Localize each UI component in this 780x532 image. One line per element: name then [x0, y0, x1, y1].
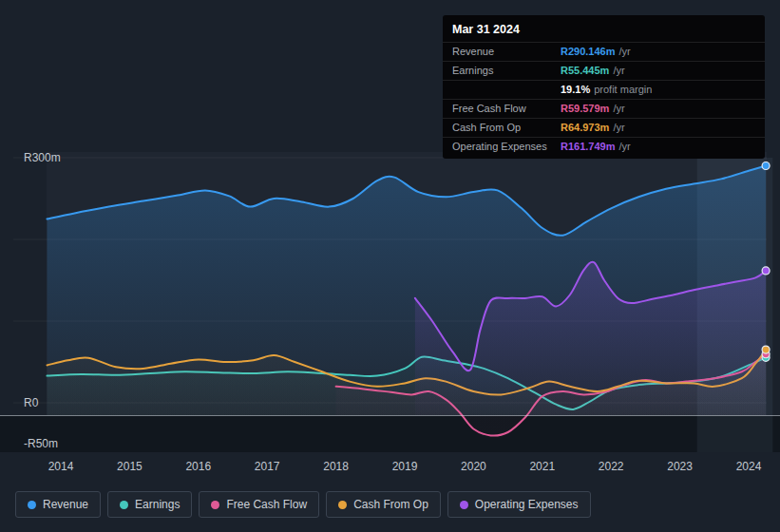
tooltip-row-value: R161.749m: [561, 141, 616, 153]
tooltip-date: Mar 31 2024: [443, 15, 765, 42]
legend-bar: RevenueEarningsFree Cash FlowCash From O…: [15, 491, 591, 518]
legend-item-cash-from-op[interactable]: Cash From Op: [326, 491, 441, 518]
legend-item-earnings[interactable]: Earnings: [107, 491, 192, 518]
y-axis-label-r50m: -R50m: [24, 437, 58, 450]
tooltip-row-earnings: EarningsR55.445m/yr: [443, 61, 765, 80]
revenue-endpoint-dot: [762, 162, 770, 170]
legend-item-label: Revenue: [43, 498, 88, 511]
tooltip-row-label: Earnings: [452, 65, 561, 77]
operating-expenses-legend-dot-icon: [460, 501, 468, 509]
tooltip-row-suffix: /yr: [619, 46, 631, 58]
free-cash-flow-legend-dot-icon: [211, 501, 219, 509]
tooltip-row-label: Cash From Op: [452, 122, 561, 134]
legend-item-revenue[interactable]: Revenue: [15, 491, 101, 518]
legend-item-label: Operating Expenses: [475, 498, 579, 511]
tooltip-row-profit-margin: 19.1%profit margin: [443, 80, 765, 99]
revenue-legend-dot-icon: [28, 501, 36, 509]
tooltip-rows: RevenueR290.146m/yrEarningsR55.445m/yr19…: [443, 42, 765, 156]
financials-tooltip: Mar 31 2024 RevenueR290.146m/yrEarningsR…: [443, 15, 765, 159]
tooltip-row-label: Operating Expenses: [452, 141, 561, 153]
y-axis-label-r0: R0: [24, 396, 38, 409]
x-axis-label-2020: 2020: [452, 460, 494, 473]
x-axis-label-2016: 2016: [178, 460, 219, 473]
x-axis-label-2023: 2023: [659, 460, 701, 473]
tooltip-row-suffix: /yr: [613, 65, 624, 77]
cash-from-op-legend-dot-icon: [338, 501, 347, 509]
x-axis-label-2017: 2017: [246, 460, 288, 473]
below-axis-zone: [0, 415, 780, 452]
x-axis-label-2021: 2021: [522, 460, 563, 473]
financial-history-chart: R300mR0-R50m 201420152016201720182019202…: [0, 0, 780, 532]
tooltip-row-suffix: /yr: [613, 103, 624, 115]
legend-item-label: Earnings: [135, 498, 180, 511]
x-axis-label-2014: 2014: [40, 460, 82, 473]
legend-item-operating-expenses[interactable]: Operating Expenses: [447, 491, 591, 518]
tooltip-row-value: R64.973m: [561, 122, 609, 134]
earnings-legend-dot-icon: [120, 501, 128, 509]
x-axis-label-2015: 2015: [108, 460, 150, 473]
legend-item-label: Cash From Op: [353, 498, 428, 511]
tooltip-row-value: R290.146m: [561, 46, 616, 58]
x-axis-label-2024: 2024: [728, 460, 770, 473]
tooltip-row-value: 19.1%: [561, 84, 590, 96]
x-axis-label-2018: 2018: [315, 460, 357, 473]
tooltip-row-suffix: /yr: [613, 122, 624, 134]
tooltip-row-cash-from-op: Cash From OpR64.973m/yr: [443, 118, 765, 137]
x-axis-label-2019: 2019: [384, 460, 426, 473]
legend-item-label: Free Cash Flow: [226, 498, 307, 511]
operating-expenses-endpoint-dot: [762, 267, 770, 275]
legend-item-free-cash-flow[interactable]: Free Cash Flow: [199, 491, 319, 518]
tooltip-row-free-cash-flow: Free Cash FlowR59.579m/yr: [443, 99, 765, 118]
tooltip-row-label: Revenue: [452, 46, 561, 58]
tooltip-row-label: Free Cash Flow: [452, 103, 561, 115]
tooltip-row-suffix: /yr: [619, 141, 631, 153]
cash-from-op-endpoint-dot: [762, 346, 770, 353]
tooltip-row-suffix: profit margin: [594, 84, 652, 96]
y-axis-label-r300m: R300m: [24, 151, 61, 164]
tooltip-row-value: R55.445m: [561, 65, 609, 77]
tooltip-row-revenue: RevenueR290.146m/yr: [443, 42, 765, 61]
x-axis-label-2022: 2022: [590, 460, 632, 473]
tooltip-row-value: R59.579m: [561, 103, 609, 115]
tooltip-row-operating-expenses: Operating ExpensesR161.749m/yr: [443, 137, 765, 156]
